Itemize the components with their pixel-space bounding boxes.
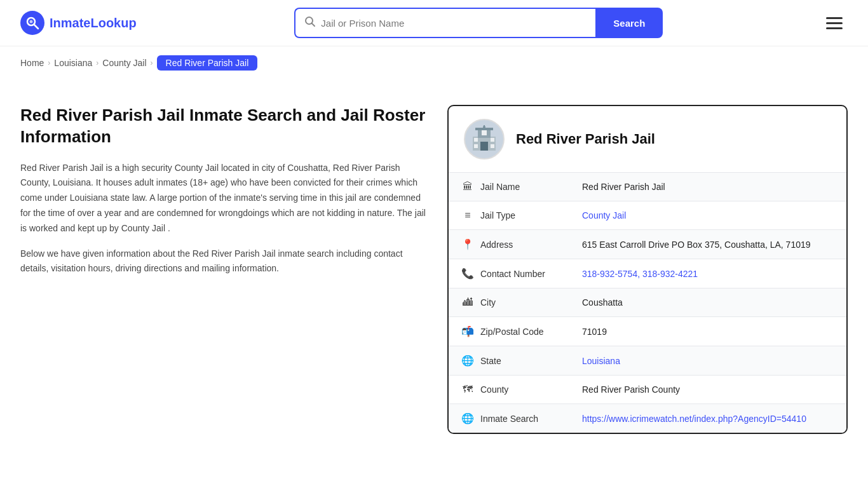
- value-link[interactable]: Louisiana: [582, 356, 620, 366]
- row-label: Zip/Postal Code: [480, 327, 544, 337]
- left-panel: Red River Parish Jail Inmate Search and …: [20, 105, 427, 287]
- breadcrumb-chevron-1: ›: [48, 58, 50, 67]
- value-cell: 71019: [576, 317, 846, 346]
- svg-rect-9: [474, 138, 478, 142]
- hamburger-menu[interactable]: [821, 12, 848, 34]
- svg-rect-13: [482, 130, 487, 135]
- label-cell: 📍Address: [449, 230, 576, 259]
- breadcrumb-county-jail[interactable]: County Jail: [102, 58, 146, 68]
- breadcrumb: Home › Louisiana › County Jail › Red Riv…: [0, 46, 868, 79]
- row-label: Contact Number: [480, 269, 545, 279]
- table-row: 📍Address615 East Carroll Drive PO Box 37…: [449, 230, 846, 259]
- label-cell: 🏙City: [449, 288, 576, 317]
- row-label: Inmate Search: [480, 414, 538, 424]
- breadcrumb-active: Red River Parish Jail: [157, 55, 258, 71]
- svg-line-4: [312, 24, 315, 27]
- row-icon: 🌐: [461, 412, 474, 424]
- svg-rect-12: [491, 144, 494, 148]
- card-title: Red River Parish Jail: [516, 131, 655, 147]
- row-label: Address: [480, 240, 513, 250]
- row-icon: 📍: [461, 238, 474, 250]
- value-cell: Red River Parish Jail: [576, 173, 846, 201]
- svg-rect-10: [491, 138, 494, 142]
- label-cell: 📞Contact Number: [449, 259, 576, 288]
- description-2: Below we have given information about th…: [20, 247, 427, 277]
- value-cell: 615 East Carroll Drive PO Box 375, Coush…: [576, 230, 846, 259]
- search-input[interactable]: [321, 18, 587, 29]
- logo-icon: [20, 11, 44, 35]
- value-link[interactable]: County Jail: [582, 210, 626, 220]
- description-1: Red River Parish Jail is a high security…: [20, 161, 427, 236]
- jail-avatar: [464, 119, 505, 159]
- svg-rect-8: [480, 142, 488, 151]
- logo-text: InmateLookup: [50, 16, 137, 30]
- value-cell: Red River Parish County: [576, 376, 846, 404]
- row-label: Jail Type: [480, 210, 515, 220]
- svg-line-1: [34, 25, 39, 29]
- breadcrumb-chevron-3: ›: [151, 58, 153, 67]
- row-label: Jail Name: [480, 182, 520, 192]
- search-input-wrapper: [294, 8, 595, 38]
- breadcrumb-chevron-2: ›: [96, 58, 98, 67]
- svg-point-2: [30, 20, 33, 24]
- table-row: 📞Contact Number318-932-5754, 318-932-422…: [449, 259, 846, 288]
- label-cell: 🗺County: [449, 376, 576, 404]
- row-label: State: [480, 356, 501, 366]
- value-cell: Coushatta: [576, 288, 846, 317]
- info-card: Red River Parish Jail 🏛Jail NameRed Rive…: [447, 105, 848, 434]
- search-icon: [304, 16, 316, 30]
- value-link[interactable]: 318-932-5754, 318-932-4221: [582, 269, 698, 279]
- svg-rect-15: [484, 125, 485, 129]
- row-label: County: [480, 384, 508, 395]
- label-cell: 🌐State: [449, 346, 576, 376]
- row-icon: 🌐: [461, 355, 474, 367]
- svg-rect-11: [474, 144, 478, 148]
- value-cell[interactable]: County Jail: [576, 201, 846, 230]
- search-button[interactable]: Search: [595, 8, 663, 38]
- row-icon: ≡: [461, 210, 474, 221]
- table-row: 🏛Jail NameRed River Parish Jail: [449, 173, 846, 201]
- label-cell: 🌐Inmate Search: [449, 404, 576, 433]
- row-icon: 🏙: [461, 297, 474, 308]
- table-row: 🌐Inmate Searchhttps://www.icrimewatch.ne…: [449, 404, 846, 433]
- row-icon: 📞: [461, 268, 474, 280]
- main-content: Red River Parish Jail Inmate Search and …: [0, 79, 868, 459]
- value-cell[interactable]: https://www.icrimewatch.net/index.php?Ag…: [576, 404, 846, 433]
- row-icon: 🗺: [461, 384, 474, 395]
- logo-link[interactable]: InmateLookup: [20, 11, 137, 35]
- label-cell: 📬Zip/Postal Code: [449, 317, 576, 346]
- right-panel: Red River Parish Jail 🏛Jail NameRed Rive…: [447, 105, 848, 434]
- table-row: 🏙CityCoushatta: [449, 288, 846, 317]
- row-icon: 📬: [461, 325, 474, 337]
- card-header: Red River Parish Jail: [449, 106, 846, 173]
- breadcrumb-louisiana[interactable]: Louisiana: [54, 58, 92, 68]
- value-cell[interactable]: 318-932-5754, 318-932-4221: [576, 259, 846, 288]
- value-link[interactable]: https://www.icrimewatch.net/index.php?Ag…: [582, 414, 806, 424]
- label-cell: ≡Jail Type: [449, 201, 576, 230]
- table-row: 🗺CountyRed River Parish County: [449, 376, 846, 404]
- table-row: ≡Jail TypeCounty Jail: [449, 201, 846, 230]
- info-table: 🏛Jail NameRed River Parish Jail≡Jail Typ…: [449, 173, 846, 433]
- label-cell: 🏛Jail Name: [449, 173, 576, 201]
- row-label: City: [480, 297, 496, 308]
- table-row: 📬Zip/Postal Code71019: [449, 317, 846, 346]
- row-icon: 🏛: [461, 181, 474, 193]
- page-title: Red River Parish Jail Inmate Search and …: [20, 105, 427, 148]
- header: InmateLookup Search: [0, 0, 868, 46]
- table-row: 🌐StateLouisiana: [449, 346, 846, 376]
- breadcrumb-home[interactable]: Home: [20, 58, 44, 68]
- value-cell[interactable]: Louisiana: [576, 346, 846, 376]
- search-area: Search: [294, 8, 663, 38]
